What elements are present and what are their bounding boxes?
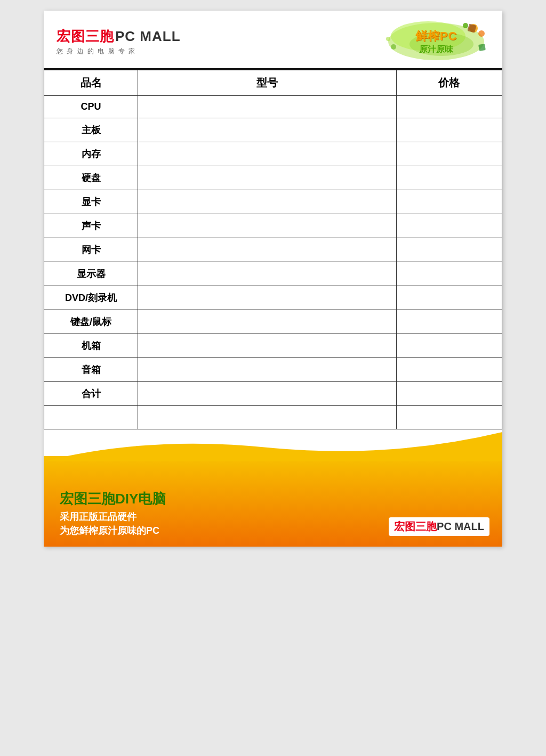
row-price-2 [396, 142, 502, 166]
table-row: 机箱 [44, 334, 502, 358]
page-container: 宏图三胞 PC MALL 您 身 边 的 电 脑 专 家 [44, 11, 502, 547]
row-model-0 [138, 96, 397, 118]
row-name-10: 机箱 [44, 334, 138, 358]
fresh-title: 鲜榨PC [415, 28, 457, 44]
row-model-2 [138, 142, 397, 166]
row-price-11 [396, 358, 502, 382]
row-name-13 [44, 406, 138, 429]
footer-logo-bg: 宏图三胞 PC MALL [389, 517, 489, 536]
logo-left: 宏图三胞 PC MALL 您 身 边 的 电 脑 专 家 [57, 27, 181, 56]
fresh-subtitle: 原汁原味 [415, 44, 457, 55]
footer-logo-mall: PC MALL [437, 521, 484, 533]
table-row: 显示器 [44, 262, 502, 286]
row-price-12 [396, 382, 502, 406]
row-name-6: 网卡 [44, 238, 138, 262]
table-row: 网卡 [44, 238, 502, 262]
footer-logo-red: 宏图三胞 [394, 519, 437, 534]
table-row: 音箱 [44, 358, 502, 382]
table-row [44, 406, 502, 429]
table-header-row: 品名 型号 价格 [44, 70, 502, 96]
footer-main-title: 宏图三胞DIY电脑 [60, 490, 486, 508]
row-model-10 [138, 334, 397, 358]
table-row: 声卡 [44, 214, 502, 238]
col-header-price: 价格 [396, 70, 502, 96]
table-row: CPU [44, 96, 502, 118]
row-model-6 [138, 238, 397, 262]
row-name-11: 音箱 [44, 358, 138, 382]
col-header-model: 型号 [138, 70, 397, 96]
price-table: 品名 型号 价格 CPU主板内存硬盘显卡声卡网卡显示器DVD/刻录机键盘/鼠标机… [44, 70, 502, 429]
table-row: 合计 [44, 382, 502, 406]
row-price-13 [396, 406, 502, 429]
footer-logo-right: 宏图三胞 PC MALL [389, 517, 489, 536]
row-name-3: 硬盘 [44, 166, 138, 190]
logo-brand: 宏图三胞 PC MALL [57, 27, 181, 46]
row-name-2: 内存 [44, 142, 138, 166]
svg-point-6 [391, 44, 396, 50]
table-row: 内存 [44, 142, 502, 166]
row-model-11 [138, 358, 397, 382]
table-row: 硬盘 [44, 166, 502, 190]
row-name-7: 显示器 [44, 262, 138, 286]
row-price-6 [396, 238, 502, 262]
row-price-3 [396, 166, 502, 190]
row-model-3 [138, 166, 397, 190]
row-name-8: DVD/刻录机 [44, 286, 138, 310]
row-model-13 [138, 406, 397, 429]
footer-content: 宏图三胞DIY电脑 采用正版正品硬件 为您鲜榨原汁原味的PC 宏图三胞 PC M… [44, 481, 502, 547]
row-name-5: 声卡 [44, 214, 138, 238]
row-price-8 [396, 286, 502, 310]
logo-subtitle: 您 身 边 的 电 脑 专 家 [57, 47, 181, 56]
row-model-1 [138, 118, 397, 142]
fresh-text: 鲜榨PC 原汁原味 [415, 28, 457, 55]
row-price-5 [396, 214, 502, 238]
row-price-9 [396, 310, 502, 334]
row-model-5 [138, 214, 397, 238]
table-row: 显卡 [44, 190, 502, 214]
row-model-8 [138, 286, 397, 310]
table-row: 键盘/鼠标 [44, 310, 502, 334]
svg-point-4 [463, 23, 468, 28]
wave-svg [44, 429, 502, 461]
logo-pc-mall-text: PC MALL [115, 28, 181, 45]
logo-right: 鲜榨PC 原汁原味 [383, 20, 489, 63]
footer-area: 宏图三胞DIY电脑 采用正版正品硬件 为您鲜榨原汁原味的PC 宏图三胞 PC M… [44, 429, 502, 547]
row-price-0 [396, 96, 502, 118]
col-header-name: 品名 [44, 70, 138, 96]
row-name-1: 主板 [44, 118, 138, 142]
row-model-12 [138, 382, 397, 406]
svg-point-5 [478, 30, 485, 37]
row-name-9: 键盘/鼠标 [44, 310, 138, 334]
row-model-4 [138, 190, 397, 214]
row-name-12: 合计 [44, 382, 138, 406]
table-row: 主板 [44, 118, 502, 142]
row-name-0: CPU [44, 96, 138, 118]
table-row: DVD/刻录机 [44, 286, 502, 310]
logo-red-text: 宏图三胞 [57, 27, 114, 46]
header: 宏图三胞 PC MALL 您 身 边 的 电 脑 专 家 [44, 11, 502, 68]
svg-rect-9 [478, 44, 486, 51]
row-price-4 [396, 190, 502, 214]
row-model-9 [138, 310, 397, 334]
row-price-10 [396, 334, 502, 358]
row-price-7 [396, 262, 502, 286]
row-price-1 [396, 118, 502, 142]
row-model-7 [138, 262, 397, 286]
row-name-4: 显卡 [44, 190, 138, 214]
svg-point-7 [386, 37, 390, 41]
